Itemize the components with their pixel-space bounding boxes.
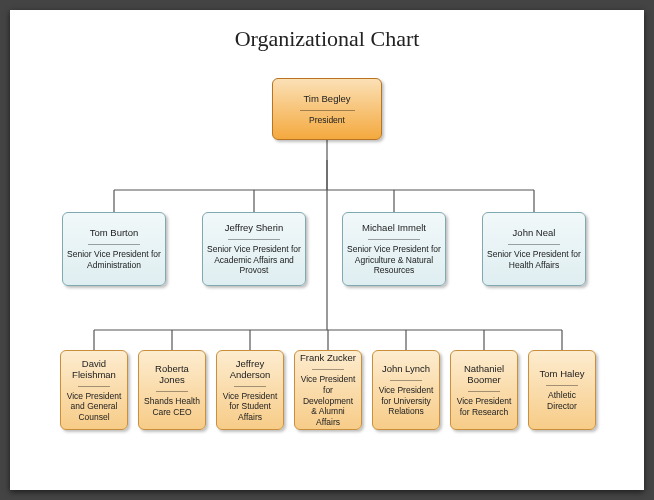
node-svp: John Neal Senior Vice President for Heal… [482,212,586,286]
node-name: Tim Begley [303,93,350,104]
node-role: Shands Health Care CEO [143,396,201,417]
node-name: Roberta Jones [143,363,201,385]
node-name: Tom Burton [90,227,139,238]
node-role: Vice President and General Counsel [65,391,123,423]
node-name: John Lynch [382,363,430,374]
node-vp: Roberta Jones Shands Health Care CEO [138,350,206,430]
node-name: David Fleishman [65,358,123,380]
node-vp: John Lynch Vice President for University… [372,350,440,430]
node-svp: Tom Burton Senior Vice President for Adm… [62,212,166,286]
node-name: Michael Immelt [362,222,426,233]
node-vp: David Fleishman Vice President and Gener… [60,350,128,430]
node-role: Vice President for Student Affairs [221,391,279,423]
node-role: Athletic Director [533,390,591,411]
node-name: Jeffrey Sherin [225,222,283,233]
node-role: President [309,115,345,126]
chart-title: Organizational Chart [10,26,644,52]
node-svp: Jeffrey Sherin Senior Vice President for… [202,212,306,286]
node-role: Senior Vice President for Administration [67,249,161,270]
node-role: Senior Vice President for Health Affairs [487,249,581,270]
node-vp: Frank Zucker Vice President for Developm… [294,350,362,430]
node-name: Frank Zucker [300,352,356,363]
node-vp: Tom Haley Athletic Director [528,350,596,430]
node-role: Vice President for University Relations [377,385,435,417]
node-role: Senior Vice President for Academic Affai… [207,244,301,276]
node-name: Tom Haley [540,368,585,379]
node-name: John Neal [513,227,556,238]
node-role: Senior Vice President for Agriculture & … [347,244,441,276]
node-president: Tim Begley President [272,78,382,140]
node-name: Nathaniel Boomer [455,363,513,385]
node-svp: Michael Immelt Senior Vice President for… [342,212,446,286]
node-role: Vice President for Development & Alumni … [299,374,357,427]
node-vp: Nathaniel Boomer Vice President for Rese… [450,350,518,430]
node-name: Jeffrey Anderson [221,358,279,380]
org-chart-canvas: Organizational Chart Tim Begley Presiden… [10,10,644,490]
node-vp: Jeffrey Anderson Vice President for Stud… [216,350,284,430]
node-role: Vice President for Research [455,396,513,417]
